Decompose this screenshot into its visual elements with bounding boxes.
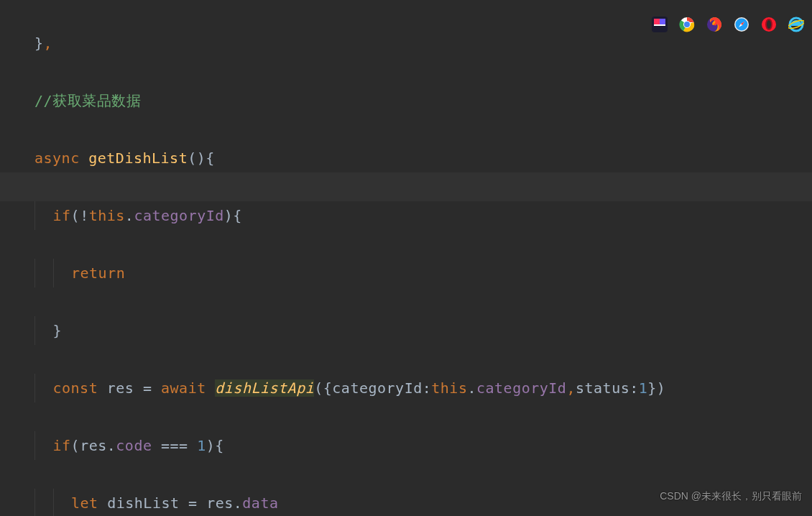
property: categoryId [134, 207, 223, 224]
svg-rect-1 [654, 19, 660, 24]
brace: } [53, 322, 63, 339]
keyword-const: const [53, 379, 107, 397]
browser-icon-toolbar [651, 16, 805, 33]
code-line: if(!this.categoryId){ [34, 201, 812, 230]
ie-icon[interactable] [788, 16, 805, 33]
comma: , [44, 34, 53, 52]
chrome-icon[interactable] [678, 16, 696, 33]
comment: //获取菜品数据 [34, 92, 141, 109]
keyword-let: let [71, 494, 107, 512]
code-line: //获取菜品数据 [34, 86, 812, 115]
code-line: } [34, 316, 812, 345]
watermark-text: CSDN @未来很长，别只看眼前 [660, 482, 802, 510]
code-line: async getDishList(){ [34, 144, 812, 172]
svg-rect-2 [660, 19, 665, 24]
code-line: }, [34, 29, 812, 57]
code-line: const res = await dishListApi({categoryI… [34, 374, 812, 402]
method-call: dishListApi [215, 379, 314, 397]
function-name: getDishList [88, 149, 188, 167]
opera-icon[interactable] [760, 16, 778, 33]
brace: } [34, 34, 44, 52]
keyword-return: return [71, 264, 125, 282]
firefox-icon[interactable] [706, 16, 723, 33]
keyword-await: await [161, 379, 215, 397]
keyword-if: if [53, 207, 71, 224]
keyword-this: this [89, 207, 125, 224]
keyword-async: async [34, 149, 88, 167]
intellij-icon[interactable] [651, 16, 668, 33]
code-line: if(res.code === 1){ [34, 431, 812, 460]
keyword-if: if [53, 437, 71, 454]
svg-point-12 [767, 20, 771, 29]
code-line: return [34, 259, 812, 287]
safari-icon[interactable] [733, 16, 750, 33]
code-editor[interactable]: }, //获取菜品数据 async getDishList(){ if(!thi… [0, 0, 812, 516]
svg-rect-3 [654, 24, 665, 26]
svg-point-6 [684, 22, 690, 27]
parens: (){ [188, 149, 215, 167]
